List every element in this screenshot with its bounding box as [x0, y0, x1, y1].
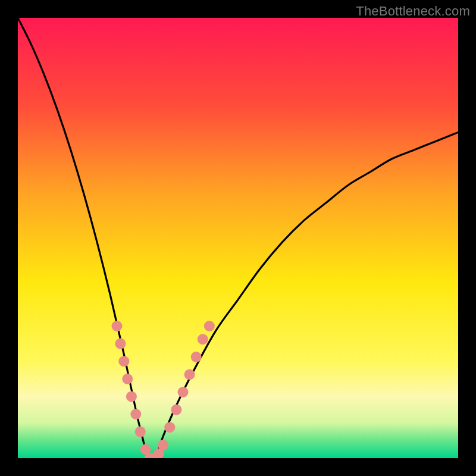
- curve-marker: [198, 334, 208, 345]
- curve-marker: [112, 321, 123, 331]
- watermark-text: TheBottleneck.com: [356, 4, 470, 19]
- curve-marker: [204, 321, 215, 331]
- chart-frame: [18, 18, 458, 458]
- curve-marker: [178, 387, 189, 397]
- curve-marker: [130, 409, 141, 419]
- curve-marker: [158, 440, 168, 450]
- curve-marker: [171, 405, 181, 415]
- curve-marker: [135, 427, 146, 437]
- curve-marker: [184, 369, 195, 380]
- curve-marker: [122, 374, 133, 384]
- curve-marker: [191, 352, 202, 362]
- gradient-background: [18, 18, 458, 458]
- curve-marker: [164, 422, 175, 433]
- curve-marker: [118, 356, 129, 367]
- curve-marker: [126, 391, 137, 402]
- curve-marker: [115, 339, 126, 349]
- bottleneck-chart: [18, 18, 458, 458]
